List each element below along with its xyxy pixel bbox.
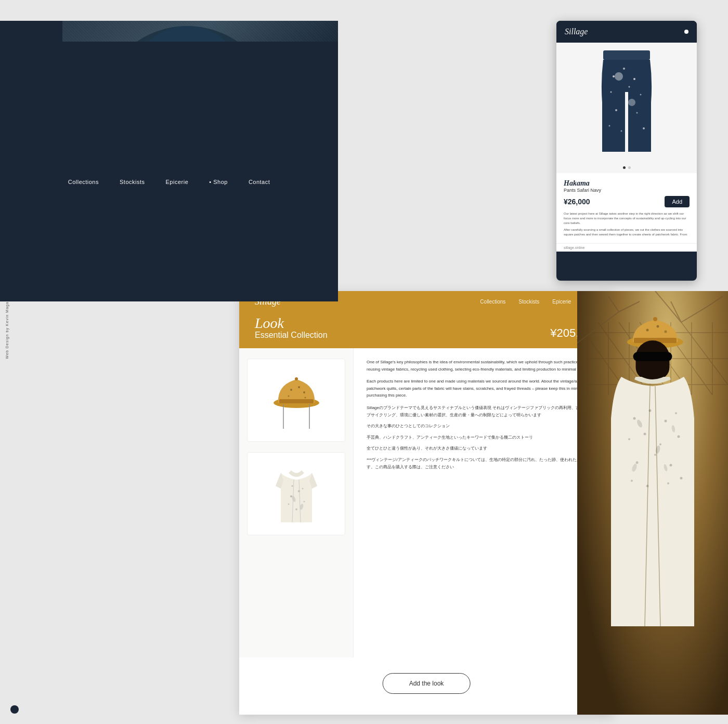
carousel-dot-1[interactable] bbox=[623, 166, 626, 169]
svg-point-94 bbox=[633, 417, 636, 420]
nav-epicerie[interactable]: Epicerie bbox=[166, 179, 189, 185]
svg-point-50 bbox=[288, 396, 289, 397]
svg-point-108 bbox=[680, 477, 683, 480]
svg-point-58 bbox=[302, 488, 303, 490]
model-photo bbox=[577, 291, 728, 715]
nav-collections[interactable]: Collections bbox=[68, 179, 99, 185]
desktop-nav: Collections Stockists Epicerie • Shop Co… bbox=[0, 42, 338, 301]
model-jacket bbox=[608, 377, 697, 637]
svg-line-83 bbox=[681, 307, 707, 322]
svg-point-46 bbox=[295, 377, 298, 380]
svg-line-78 bbox=[681, 322, 728, 385]
svg-point-56 bbox=[295, 508, 297, 510]
mobile-product-info: Hakama Pants Safari Navy ¥26,000 Add Our… bbox=[556, 173, 697, 243]
svg-point-98 bbox=[628, 438, 630, 440]
mobile-footer: sillage.online bbox=[556, 243, 697, 252]
carousel-dot-2[interactable] bbox=[628, 166, 631, 169]
model-sunglasses-icon bbox=[633, 352, 672, 361]
svg-point-54 bbox=[303, 501, 305, 503]
model-photo-inner bbox=[577, 291, 728, 715]
product-page-desktop: Collections Stockists Epicerie • Shop Co… bbox=[0, 21, 338, 301]
look-title: Look bbox=[255, 316, 328, 331]
svg-point-89 bbox=[646, 329, 649, 332]
mobile-product-image bbox=[556, 43, 697, 162]
svg-point-35 bbox=[615, 109, 617, 111]
svg-point-55 bbox=[288, 504, 289, 505]
svg-point-101 bbox=[678, 436, 680, 438]
mobile-product-page: Sillage bbox=[556, 21, 697, 281]
svg-point-30 bbox=[623, 68, 625, 70]
svg-point-51 bbox=[304, 397, 306, 399]
look-nav-collections[interactable]: Collections bbox=[480, 299, 505, 305]
look-desc-jp-2: その大きな事のひとつとしてのコレクション bbox=[367, 423, 601, 430]
svg-point-38 bbox=[643, 127, 645, 129]
svg-point-39 bbox=[621, 130, 622, 132]
mobile-product-price: ¥26,000 bbox=[564, 198, 590, 206]
nav-contact[interactable]: Contact bbox=[249, 179, 270, 185]
add-look-button[interactable]: Add the look bbox=[383, 673, 471, 694]
model-face bbox=[636, 340, 670, 379]
look-desc-jp-5: ***ヴィンテージ/アンティークのパッチワークキルトについては、生地の特定の部分… bbox=[367, 456, 601, 470]
svg-point-32 bbox=[610, 91, 612, 93]
svg-point-29 bbox=[613, 75, 615, 77]
look-desc-jp-1: Sillageのブランドテーマでも見えるサスティナブルという価値表現 それはヴィ… bbox=[367, 404, 601, 418]
mobile-menu-dot[interactable] bbox=[684, 30, 688, 34]
look-body-inner: One of Sillage's key philosophies is the… bbox=[239, 348, 614, 657]
svg-rect-43 bbox=[279, 399, 314, 403]
svg-point-37 bbox=[609, 125, 610, 127]
svg-point-34 bbox=[640, 94, 642, 96]
svg-point-95 bbox=[649, 410, 652, 412]
mobile-product-name: Hakama bbox=[564, 179, 690, 188]
svg-point-53 bbox=[298, 490, 300, 492]
svg-point-33 bbox=[629, 86, 630, 88]
nav-shop[interactable]: • Shop bbox=[209, 179, 228, 185]
hakama-pants-illustration bbox=[598, 50, 655, 154]
look-subtitle: Essential Collection bbox=[255, 331, 328, 340]
svg-point-99 bbox=[644, 433, 646, 436]
svg-point-103 bbox=[654, 454, 656, 456]
mobile-product-description-2: After carefully sourcing a small collect… bbox=[564, 228, 690, 237]
svg-line-80 bbox=[619, 301, 640, 312]
svg-point-31 bbox=[633, 78, 635, 80]
svg-rect-26 bbox=[603, 50, 650, 60]
look-products-list bbox=[239, 348, 354, 657]
svg-point-49 bbox=[303, 391, 305, 393]
shirt-container bbox=[270, 460, 322, 528]
look-product-shirt[interactable] bbox=[247, 452, 345, 535]
look-nav-stockists[interactable]: Stockists bbox=[518, 299, 539, 305]
mobile-product-subtitle: Pants Safari Navy bbox=[564, 188, 690, 193]
svg-point-106 bbox=[646, 485, 649, 488]
bucket-hat-icon bbox=[273, 369, 320, 431]
look-desc-jp-4: 全てひとひと違う個性があり、それが大きさ価値になっています bbox=[367, 445, 601, 452]
mobile-logo: Sillage bbox=[565, 27, 588, 36]
svg-line-81 bbox=[608, 296, 619, 312]
nav-stockists[interactable]: Stockists bbox=[120, 179, 145, 185]
model-jacket-icon bbox=[608, 377, 697, 637]
svg-point-104 bbox=[670, 464, 672, 467]
svg-point-107 bbox=[667, 482, 669, 484]
svg-point-57 bbox=[291, 485, 293, 487]
svg-point-90 bbox=[657, 325, 659, 328]
svg-point-36 bbox=[636, 112, 638, 114]
svg-line-85 bbox=[707, 296, 723, 307]
svg-point-91 bbox=[665, 331, 667, 333]
look-product-hat[interactable] bbox=[247, 359, 345, 442]
bottom-indicator-dot bbox=[10, 705, 19, 714]
svg-point-102 bbox=[636, 462, 639, 464]
look-desc-jp-3: 手芸典、ハンドクラフト、アンティーク生地といったキーワードで集かる幾二のストーリ bbox=[367, 434, 601, 441]
svg-point-96 bbox=[665, 420, 667, 423]
mobile-header: Sillage bbox=[556, 21, 697, 43]
mobile-price-row: ¥26,000 Add bbox=[564, 196, 690, 207]
svg-point-100 bbox=[659, 443, 661, 445]
look-description: One of Sillage's key philosophies is the… bbox=[354, 348, 614, 657]
svg-point-52 bbox=[290, 495, 292, 497]
mobile-product-description: Our latest project here at Sillage takes… bbox=[564, 212, 690, 226]
svg-point-47 bbox=[290, 389, 292, 391]
white-shirt-icon bbox=[270, 460, 322, 528]
hat-container bbox=[273, 366, 320, 434]
mobile-add-button[interactable]: Add bbox=[665, 196, 690, 207]
svg-point-88 bbox=[653, 317, 657, 321]
look-page: Sillage Collections Stockists Epicerie •… bbox=[239, 291, 614, 715]
carousel-dots bbox=[556, 162, 697, 173]
look-nav-epicerie[interactable]: Epicerie bbox=[552, 299, 571, 305]
